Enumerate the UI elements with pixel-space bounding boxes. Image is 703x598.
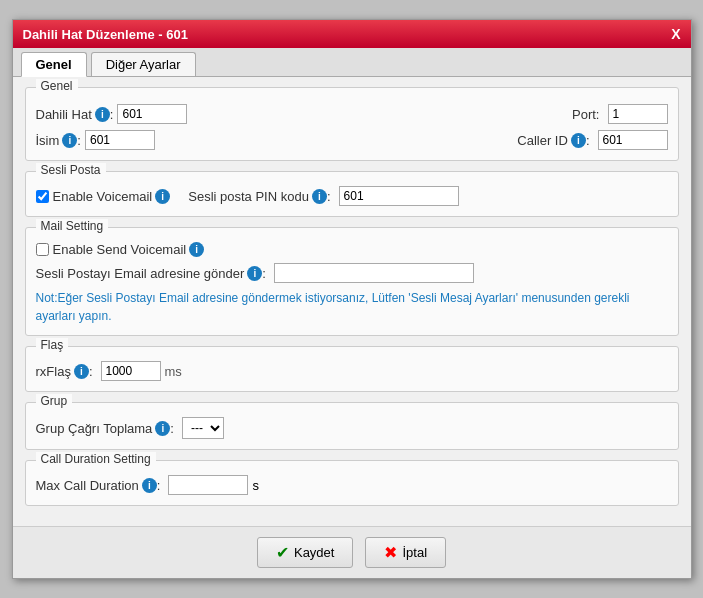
enable-voicemail-label: Enable Voicemail i — [53, 189, 171, 204]
rx-flas-label: rxFlaş i: — [36, 364, 93, 379]
close-button[interactable]: X — [671, 26, 680, 42]
section-mail-setting: Mail Setting Enable Send Voicemail i Ses… — [25, 227, 679, 336]
section-call-duration: Call Duration Setting Max Call Duration … — [25, 460, 679, 506]
enable-send-voicemail-label: Enable Send Voicemail i — [53, 242, 205, 257]
grup-info-icon[interactable]: i — [155, 421, 170, 436]
rx-flas-info-icon[interactable]: i — [74, 364, 89, 379]
enable-send-voicemail-checkbox[interactable] — [36, 243, 49, 256]
dahili-hat-input[interactable] — [117, 104, 187, 124]
isim-input[interactable] — [85, 130, 155, 150]
dahili-hat-label: Dahili Hat i: — [36, 107, 114, 122]
pin-label: Sesli posta PIN kodu i: — [188, 189, 330, 204]
save-label: Kaydet — [294, 545, 334, 560]
main-content: Genel Dahili Hat i: Port: — [13, 77, 691, 526]
email-info-icon[interactable]: i — [247, 266, 262, 281]
save-icon: ✔ — [276, 543, 289, 562]
tab-bar: Genel Diğer Ayarlar — [13, 48, 691, 77]
pin-input[interactable] — [339, 186, 459, 206]
mail-note: Not:Eğer Sesli Postayı Email adresine gö… — [36, 289, 668, 325]
caller-id-pair: Caller ID i: — [517, 130, 667, 150]
caller-id-info-icon[interactable]: i — [571, 133, 586, 148]
grup-select[interactable]: --- — [182, 417, 224, 439]
pin-info-icon[interactable]: i — [312, 189, 327, 204]
title-bar: Dahili Hat Düzenleme - 601 X — [13, 20, 691, 48]
dialog-window: Dahili Hat Düzenleme - 601 X Genel Diğer… — [12, 19, 692, 579]
isim-info-icon[interactable]: i — [62, 133, 77, 148]
cancel-icon: ✖ — [384, 543, 397, 562]
max-call-duration-input[interactable] — [168, 475, 248, 495]
email-input[interactable] — [274, 263, 474, 283]
isim-label: İsim i: — [36, 133, 81, 148]
port-input[interactable] — [608, 104, 668, 124]
cancel-label: İptal — [402, 545, 427, 560]
dahili-hat-info-icon[interactable]: i — [95, 107, 110, 122]
port-pair: Port: — [572, 104, 667, 124]
caller-id-label: Caller ID i: — [517, 133, 589, 148]
section-flas-legend: Flaş — [36, 338, 69, 352]
enable-send-voicemail-info-icon[interactable]: i — [189, 242, 204, 257]
max-call-duration-info-icon[interactable]: i — [142, 478, 157, 493]
section-sesli-posta-legend: Sesli Posta — [36, 163, 106, 177]
s-label: s — [252, 478, 259, 493]
email-label: Sesli Postayı Email adresine gönder i: — [36, 266, 266, 281]
enable-voicemail-checkbox[interactable] — [36, 190, 49, 203]
caller-id-input[interactable] — [598, 130, 668, 150]
section-call-duration-legend: Call Duration Setting — [36, 452, 156, 466]
grup-label: Grup Çağrı Toplama i: — [36, 421, 174, 436]
section-mail-legend: Mail Setting — [36, 219, 109, 233]
dialog-footer: ✔ Kaydet ✖ İptal — [13, 526, 691, 578]
save-button[interactable]: ✔ Kaydet — [257, 537, 353, 568]
port-label: Port: — [572, 107, 599, 122]
dialog-title: Dahili Hat Düzenleme - 601 — [23, 27, 188, 42]
section-grup: Grup Grup Çağrı Toplama i: --- — [25, 402, 679, 450]
rx-flas-input[interactable] — [101, 361, 161, 381]
ms-label: ms — [165, 364, 182, 379]
isim-pair: İsim i: — [36, 130, 155, 150]
section-grup-legend: Grup — [36, 394, 73, 408]
max-call-duration-label: Max Call Duration i: — [36, 478, 161, 493]
dahili-hat-pair: Dahili Hat i: — [36, 104, 188, 124]
enable-voicemail-info-icon[interactable]: i — [155, 189, 170, 204]
section-sesli-posta: Sesli Posta Enable Voicemail i Sesli pos… — [25, 171, 679, 217]
section-flas: Flaş rxFlaş i: ms — [25, 346, 679, 392]
section-genel-legend: Genel — [36, 79, 78, 93]
tab-genel[interactable]: Genel — [21, 52, 87, 77]
tab-diger-ayarlar[interactable]: Diğer Ayarlar — [91, 52, 196, 76]
cancel-button[interactable]: ✖ İptal — [365, 537, 446, 568]
section-genel: Genel Dahili Hat i: Port: — [25, 87, 679, 161]
